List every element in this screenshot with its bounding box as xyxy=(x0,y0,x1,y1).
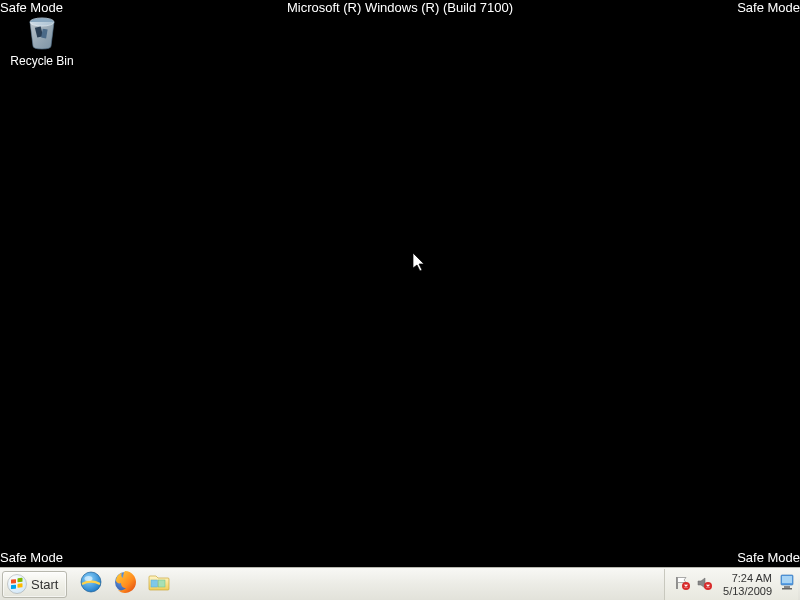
start-button[interactable]: Start xyxy=(2,571,67,598)
mouse-cursor-icon xyxy=(413,253,427,277)
desktop-icon-recycle-bin[interactable]: Recycle Bin xyxy=(12,12,72,68)
svg-rect-5 xyxy=(11,579,16,584)
taskbar-pinned-items xyxy=(77,570,173,598)
svg-rect-20 xyxy=(782,588,792,590)
taskbar-icon-firefox[interactable] xyxy=(111,570,139,598)
svg-rect-19 xyxy=(784,586,790,588)
start-button-label: Start xyxy=(31,577,58,592)
systray-icon-volume[interactable] xyxy=(695,576,713,594)
safemode-label-bottom-left: Safe Mode xyxy=(0,550,63,565)
svg-rect-14 xyxy=(159,580,166,587)
file-explorer-icon xyxy=(146,569,172,599)
desktop-icon-label: Recycle Bin xyxy=(10,54,73,68)
show-desktop-icon xyxy=(780,572,794,598)
svg-point-11 xyxy=(85,576,93,581)
system-tray: 7:24 AM 5/13/2009 xyxy=(664,569,798,600)
safemode-label-bottom-right: Safe Mode xyxy=(737,550,800,565)
taskbar-icon-file-explorer[interactable] xyxy=(145,570,173,598)
systray-time: 7:24 AM xyxy=(732,572,772,585)
svg-rect-18 xyxy=(782,576,792,583)
taskbar: Start xyxy=(0,567,800,600)
flag-icon xyxy=(674,575,690,595)
svg-rect-13 xyxy=(151,580,158,587)
systray-show-desktop[interactable] xyxy=(780,571,794,599)
svg-point-4 xyxy=(8,575,27,594)
firefox-icon xyxy=(112,569,138,599)
svg-rect-6 xyxy=(18,578,23,583)
recycle-bin-icon xyxy=(22,12,62,52)
systray-icon-action-center[interactable] xyxy=(673,576,691,594)
taskbar-icon-internet-explorer[interactable] xyxy=(77,570,105,598)
svg-rect-8 xyxy=(18,583,23,588)
systray-date: 5/13/2009 xyxy=(723,585,772,598)
volume-icon xyxy=(696,575,712,595)
build-label: Microsoft (R) Windows (R) (Build 7100) xyxy=(287,0,513,15)
systray-clock[interactable]: 7:24 AM 5/13/2009 xyxy=(723,572,772,597)
internet-explorer-icon xyxy=(78,569,104,599)
start-orb-icon xyxy=(7,574,27,594)
safemode-label-top-right: Safe Mode xyxy=(737,0,800,15)
svg-rect-7 xyxy=(11,585,16,590)
